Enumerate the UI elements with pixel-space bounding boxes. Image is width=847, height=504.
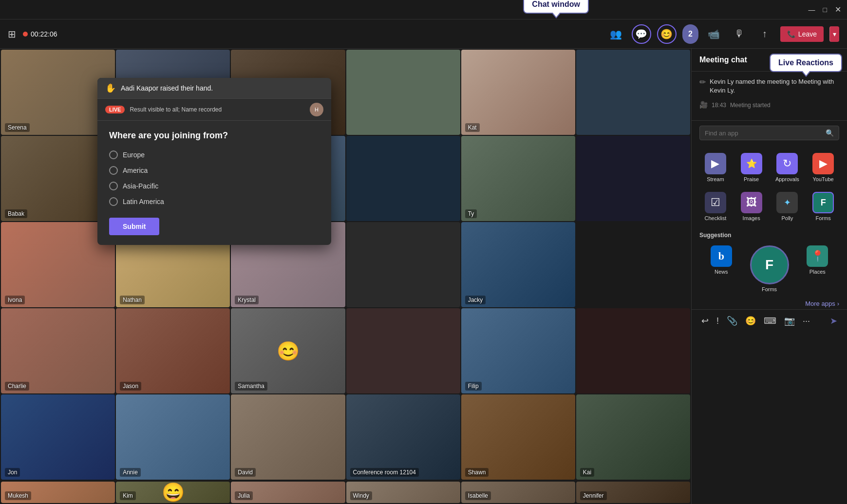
app-approvals[interactable]: ↻ Approvals xyxy=(772,150,804,185)
tile-ty: Ty xyxy=(461,136,575,221)
participant-bg-charlie xyxy=(1,308,115,393)
poll-option-asiapacific[interactable]: Asia-Pacific xyxy=(109,182,320,190)
radio-latinamerica[interactable] xyxy=(109,197,118,206)
participant-bg-jacky xyxy=(461,222,575,307)
approvals-icon: ↻ xyxy=(776,153,798,174)
poll-options: Europe America Asia-Pacific Latin Americ… xyxy=(109,150,320,206)
participant-bg-samantha: 😊 xyxy=(231,308,345,393)
name-annie: Annie xyxy=(120,468,141,477)
search-icon: 🔍 xyxy=(826,129,834,137)
gif-button[interactable]: 📷 xyxy=(782,314,797,328)
app-polly[interactable]: ✦ Polly xyxy=(772,189,804,224)
reply-button[interactable]: ↩ xyxy=(699,314,711,328)
emoji-button[interactable]: 😊 xyxy=(743,314,758,328)
live-reactions-callout: Live Reactions xyxy=(770,54,842,72)
option-label-asiapacific: Asia-Pacific xyxy=(123,182,158,190)
tile-annie: Annie xyxy=(116,394,230,480)
tile-confroom: Conference room 12104 xyxy=(346,394,460,480)
poll-overlay: ✋ Aadi Kaapor raised their hand. LIVE Re… xyxy=(97,78,331,245)
app-youtube[interactable]: ▶ YouTube xyxy=(807,150,839,185)
news-label: News xyxy=(715,269,728,275)
polly-icon: ✦ xyxy=(776,192,798,213)
more-apps-link[interactable]: More apps › xyxy=(692,298,847,309)
name-david: David xyxy=(235,468,256,477)
minimize-button[interactable]: — xyxy=(809,6,815,14)
name-jason: Jason xyxy=(120,382,141,391)
name-jennifer: Jennifer xyxy=(580,491,607,500)
chat-event-rename: ✏ Kevin Ly named the meeting to Meeting … xyxy=(699,77,839,95)
suggestion-forms[interactable]: F Forms xyxy=(747,243,792,295)
name-nathan: Nathan xyxy=(120,296,145,304)
approvals-label: Approvals xyxy=(775,176,799,182)
suggestions-title: Suggestion xyxy=(699,232,839,239)
forms-large-label: Forms xyxy=(762,286,777,292)
grid-view-icon[interactable]: ⊞ xyxy=(8,28,16,40)
suggestion-news[interactable]: b News xyxy=(699,243,743,295)
poll-body: Where are you joining from? Europe Ameri… xyxy=(97,121,331,245)
meeting-start-meta: 18:43 Meeting started xyxy=(712,102,771,109)
checklist-icon: ☑ xyxy=(705,192,726,213)
name-babak: Babak xyxy=(5,209,27,218)
radio-europe[interactable] xyxy=(109,150,118,159)
radio-america[interactable] xyxy=(109,166,118,175)
poll-option-latinamerica[interactable]: Latin America xyxy=(109,197,320,206)
app-forms[interactable]: F Forms xyxy=(807,189,839,224)
tile-filip: Filip xyxy=(461,308,575,393)
poll-option-america[interactable]: America xyxy=(109,166,320,175)
participant-bg-confroom xyxy=(346,394,460,480)
tile-windy: Windy xyxy=(346,482,460,503)
checklist-label: Checklist xyxy=(705,215,727,221)
app-images[interactable]: 🖼 Images xyxy=(735,189,768,224)
send-button[interactable]: ➤ xyxy=(828,314,839,328)
close-button[interactable]: ✕ xyxy=(835,5,841,14)
poll-option-europe[interactable]: Europe xyxy=(109,150,320,159)
name-kim: Kim xyxy=(120,491,136,500)
youtube-label: YouTube xyxy=(813,176,834,182)
app-search-input[interactable] xyxy=(705,130,823,137)
name-windy: Windy xyxy=(350,491,372,500)
rename-text: Kevin Ly named the meeting to Meeting wi… xyxy=(710,77,839,95)
camera-button[interactable]: 📹 xyxy=(704,24,724,44)
more-options-button[interactable]: ··· xyxy=(801,314,812,328)
name-ivona: Ivona xyxy=(5,296,25,304)
attach-button[interactable]: 📎 xyxy=(725,314,739,328)
participant-bg-jon xyxy=(1,394,115,480)
places-icon: 📍 xyxy=(807,245,828,267)
name-kat: Kat xyxy=(465,123,480,132)
tile-charlie: Charlie xyxy=(1,308,115,393)
share-button[interactable]: ↑ xyxy=(755,24,774,44)
images-icon: 🖼 xyxy=(741,192,762,213)
participant-bg-annie xyxy=(116,394,230,480)
maximize-button[interactable]: □ xyxy=(823,6,827,14)
leave-dropdown-button[interactable]: ▾ xyxy=(829,26,839,42)
reactions-button[interactable]: 😊 xyxy=(657,24,677,44)
name-jacky: Jacky xyxy=(465,296,486,304)
radio-asiapacific[interactable] xyxy=(109,182,118,190)
app-praise[interactable]: ⭐ Praise xyxy=(735,150,768,185)
poll-submit-button[interactable]: Submit xyxy=(109,218,159,235)
suggestion-places[interactable]: 📍 Places xyxy=(796,243,840,295)
app-search-bar: 🔍 xyxy=(699,126,839,140)
tile-jennifer: Jennifer xyxy=(576,482,690,503)
chat-window-callout: Chat window xyxy=(523,0,589,14)
app-stream[interactable]: ▶ Stream xyxy=(699,150,732,185)
main-layout: Serena Aadi Ray Kat Babak 🙂 Charlotte xyxy=(0,49,847,504)
option-label-america: America xyxy=(123,167,148,174)
option-label-latinamerica: Latin America xyxy=(123,198,164,205)
places-label: Places xyxy=(809,269,826,275)
name-confroom: Conference room 12104 xyxy=(350,468,419,477)
participants-button[interactable]: 👥 xyxy=(606,24,626,44)
mic-button[interactable]: 🎙 xyxy=(730,24,749,44)
participants-count-badge[interactable]: 2 xyxy=(682,24,698,44)
video-icon: 🎥 xyxy=(699,101,708,109)
important-button[interactable]: ! xyxy=(715,314,721,328)
poll-header: LIVE Result visible to all; Name recorde… xyxy=(97,99,331,121)
chevron-right-icon: › xyxy=(837,300,839,307)
participant-bg-jason xyxy=(116,308,230,393)
tile-jacky: Jacky xyxy=(461,222,575,307)
tile-kai: Kai xyxy=(576,394,690,480)
keyboard-button[interactable]: ⌨ xyxy=(762,314,778,328)
app-checklist[interactable]: ☑ Checklist xyxy=(699,189,732,224)
leave-button[interactable]: 📞 Leave xyxy=(780,26,824,42)
chat-button[interactable]: 💬 xyxy=(632,24,651,44)
